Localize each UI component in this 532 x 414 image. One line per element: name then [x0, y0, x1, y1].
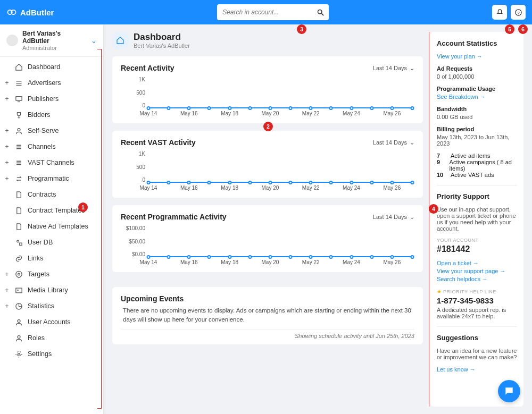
stat-row: 7Active ad items	[437, 153, 517, 159]
annotation-6: 6	[518, 24, 528, 34]
data-point	[268, 181, 272, 184]
chart-card-2: Recent VAST Activity Last 14 Days ⌄ 1K50…	[112, 131, 423, 198]
suggestions-title: Suggestions	[437, 334, 517, 342]
data-point	[268, 255, 272, 259]
page-header: Dashboard Bert Varias's AdButler	[112, 32, 423, 49]
date-range-select[interactable]: Last 14 Days ⌄	[373, 65, 414, 72]
svg-point-12	[17, 289, 19, 291]
x-tick-label: May 14	[140, 111, 157, 116]
stat-label: Active VAST ads	[451, 172, 494, 178]
data-point	[309, 181, 313, 184]
sidebar-item-targets[interactable]: + Targets	[0, 266, 103, 282]
data-point	[187, 106, 191, 110]
sidebar-item-advertisers[interactable]: + Advertisers	[0, 75, 103, 91]
data-point	[167, 106, 171, 110]
logo-icon	[6, 7, 17, 18]
home-icon	[112, 32, 128, 48]
sidebar-item-dashboard[interactable]: Dashboard	[0, 59, 103, 75]
sidebar-item-label: Media Library	[28, 286, 68, 294]
support-link[interactable]: View your support page →	[437, 268, 517, 274]
annotation-5: 5	[505, 24, 514, 34]
expand-icon[interactable]: +	[4, 79, 10, 87]
brand-logo[interactable]: AdButler	[6, 7, 54, 18]
expand-icon[interactable]: +	[4, 175, 10, 182]
doc-icon	[14, 222, 23, 231]
x-tick-label: May 26	[383, 111, 401, 116]
sidebar-item-settings[interactable]: Settings	[0, 346, 103, 362]
data-point	[289, 181, 293, 184]
sidebar-item-channels[interactable]: + Channels	[0, 139, 103, 155]
data-point	[350, 255, 353, 259]
expand-icon[interactable]: +	[4, 127, 10, 134]
sidebar-item-self-serve[interactable]: + Self-Serve	[0, 123, 103, 139]
expand-icon[interactable]: +	[4, 302, 10, 310]
account-switcher[interactable]: Bert Varias's AdButler Administrator ⌄	[0, 24, 103, 57]
let-us-know-link[interactable]: Let us know →	[437, 366, 517, 373]
sidebar-item-media-library[interactable]: + Media Library	[0, 282, 103, 298]
y-tick-label: $100.00	[121, 225, 145, 231]
data-point	[411, 181, 414, 184]
sidebar-item-links[interactable]: Links	[0, 250, 103, 266]
expand-icon[interactable]: +	[4, 95, 10, 103]
sidebar-item-label: Bidders	[28, 111, 50, 119]
data-point	[370, 255, 373, 259]
sidebar-item-label: Targets	[28, 271, 49, 278]
sidebar-item-statistics[interactable]: + Statistics	[0, 298, 103, 314]
data-point	[268, 106, 272, 110]
support-link[interactable]: Open a ticket →	[437, 260, 517, 266]
expand-icon[interactable]: +	[4, 286, 10, 294]
sidebar-item-label: Statistics	[28, 302, 54, 310]
stat-count: 7	[437, 153, 445, 159]
sidebar-item-user-db[interactable]: User DB	[0, 234, 103, 250]
y-tick-label: 0	[121, 103, 145, 108]
expand-icon[interactable]: +	[4, 271, 10, 278]
sidebar-item-contracts[interactable]: Contracts	[0, 187, 103, 202]
chevron-down-icon: ⌄	[410, 214, 414, 221]
x-tick-label: May 24	[343, 259, 360, 265]
support-phone: 1-877-345-9833	[437, 296, 517, 305]
chevron-down-icon: ⌄	[410, 139, 414, 146]
sidebar-item-contract-templates[interactable]: Contract Templates	[0, 202, 103, 218]
chart-plot: $100.00$50.00$0.00 May 14May 16May 18May…	[121, 225, 414, 267]
notifications-button[interactable]	[492, 5, 507, 20]
user-icon	[14, 334, 23, 342]
expand-icon[interactable]: +	[4, 143, 10, 150]
sidebar-item-vast-channels[interactable]: + VAST Channels	[0, 155, 103, 171]
search-icon[interactable]	[315, 7, 326, 18]
stat-label: Active ad items	[451, 153, 491, 159]
sidebar-item-label: Dashboard	[28, 63, 60, 71]
chart-plot: 1K5000 May 14May 16May 18May 20May 22May…	[121, 77, 414, 118]
search-input[interactable]	[217, 4, 329, 20]
help-button[interactable]: ?	[511, 5, 526, 20]
svg-point-14	[18, 319, 20, 322]
data-point	[147, 106, 151, 110]
lines-icon	[14, 142, 23, 151]
expand-icon[interactable]: +	[4, 159, 10, 166]
sidebar-item-bidders[interactable]: Bidders	[0, 107, 103, 123]
sidebar-item-programmatic[interactable]: + Programmatic	[0, 171, 103, 187]
svg-point-2	[318, 10, 322, 14]
account-number: #181442	[437, 244, 517, 254]
sidebar-item-roles[interactable]: Roles	[0, 330, 103, 346]
x-tick-label: May 26	[383, 259, 401, 265]
view-plan-link[interactable]: View your plan →	[437, 53, 517, 60]
sidebar-item-native-ad-templates[interactable]: Native Ad Templates	[0, 218, 103, 234]
link-icon	[14, 254, 23, 263]
sidebar-item-user-accounts[interactable]: User Accounts	[0, 314, 103, 330]
list-icon	[14, 79, 23, 87]
media-icon	[14, 286, 23, 294]
sidebar-item-label: User Accounts	[28, 318, 71, 326]
events-footer: Showing schedule activity until Jun 25th…	[121, 329, 414, 339]
date-range-select[interactable]: Last 14 Days ⌄	[373, 214, 414, 221]
ad-requests-value: 0 of 1,000,000	[437, 73, 517, 80]
chat-fab[interactable]	[498, 380, 520, 402]
date-range-select[interactable]: Last 14 Days ⌄	[373, 139, 414, 146]
user-icon	[14, 126, 23, 135]
y-tick-label: $50.00	[121, 239, 145, 244]
support-link[interactable]: Search helpdocs →	[437, 276, 517, 282]
stat-count: 9	[437, 159, 444, 172]
sidebar-item-publishers[interactable]: + Publishers	[0, 91, 103, 107]
see-breakdown-link[interactable]: See Breakdown →	[437, 94, 517, 100]
upcoming-events-card: Upcoming Events There are no upcoming ev…	[112, 287, 423, 344]
topbar-actions: ?	[492, 5, 526, 20]
